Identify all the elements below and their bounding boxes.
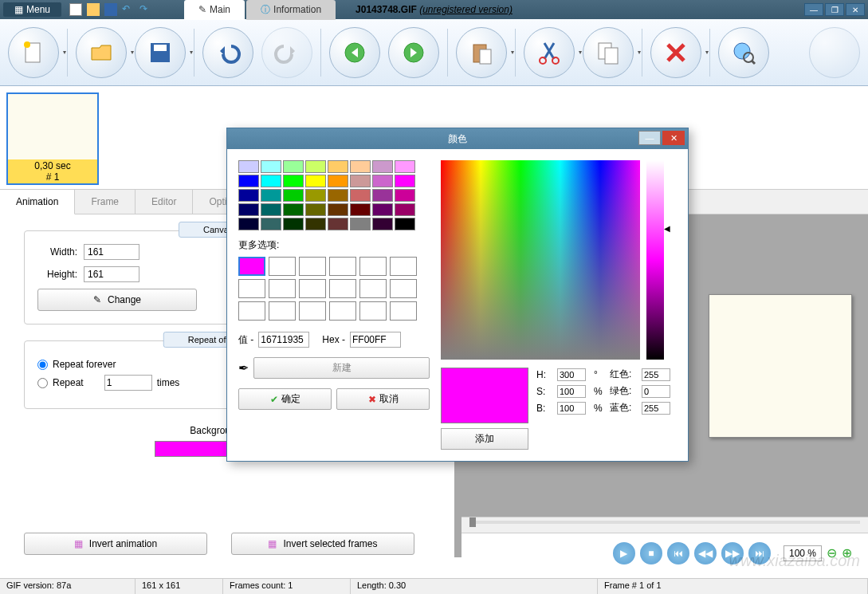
custom-color-swatch[interactable]: [359, 301, 387, 321]
tab-animation[interactable]: Animation: [0, 190, 75, 214]
maximize-button[interactable]: ❐: [825, 3, 844, 16]
palette-swatch[interactable]: [305, 203, 326, 216]
palette-swatch[interactable]: [261, 160, 281, 173]
palette-swatch[interactable]: [372, 203, 393, 216]
palette-swatch[interactable]: [305, 175, 326, 187]
palette-swatch[interactable]: [395, 175, 415, 187]
s-input[interactable]: [557, 385, 586, 398]
palette-swatch[interactable]: [305, 160, 326, 173]
repeat-forever-radio[interactable]: [37, 360, 48, 370]
h-input[interactable]: [557, 368, 586, 381]
custom-color-swatch[interactable]: [390, 257, 417, 276]
palette-swatch[interactable]: [350, 160, 371, 173]
palette-swatch[interactable]: [328, 160, 348, 173]
custom-color-swatch[interactable]: [390, 279, 417, 298]
saturation-value-picker[interactable]: [441, 160, 640, 360]
undo-icon[interactable]: ↶: [122, 3, 135, 16]
palette-swatch[interactable]: [395, 203, 415, 216]
web-preview-button[interactable]: [718, 27, 769, 78]
stop-button[interactable]: ■: [640, 542, 662, 564]
invert-frames-button[interactable]: ▦ Invert selected frames: [231, 533, 414, 555]
delete-button[interactable]: ▾: [650, 27, 701, 78]
invert-animation-button[interactable]: ▦ Invert animation: [24, 533, 207, 555]
custom-color-swatch[interactable]: [329, 301, 356, 321]
hue-slider[interactable]: ◀: [646, 160, 664, 360]
palette-swatch[interactable]: [238, 175, 259, 187]
save-icon[interactable]: [104, 3, 117, 16]
extra-button[interactable]: [809, 27, 860, 78]
custom-color-swatch[interactable]: [299, 257, 326, 276]
palette-swatch[interactable]: [395, 160, 415, 173]
copy-button[interactable]: ▾: [583, 27, 634, 78]
new-icon[interactable]: [69, 3, 82, 16]
custom-color-swatch[interactable]: [238, 257, 265, 276]
custom-color-swatch[interactable]: [299, 279, 326, 298]
prev-button[interactable]: [329, 27, 380, 78]
value-input[interactable]: [258, 332, 309, 348]
tab-frame[interactable]: Frame: [75, 190, 136, 214]
undo-button[interactable]: [202, 27, 253, 78]
dialog-minimize-button[interactable]: —: [638, 131, 661, 145]
palette-swatch[interactable]: [283, 189, 304, 202]
palette-swatch[interactable]: [238, 218, 259, 230]
custom-color-swatch[interactable]: [269, 257, 296, 276]
last-button[interactable]: ⏭: [748, 542, 771, 564]
blue-input[interactable]: [642, 402, 670, 415]
palette-swatch[interactable]: [395, 218, 415, 230]
change-button[interactable]: ✎ Change: [37, 289, 197, 311]
custom-color-swatch[interactable]: [269, 301, 296, 321]
custom-color-swatch[interactable]: [238, 301, 265, 321]
palette-swatch[interactable]: [372, 160, 393, 173]
minimize-button[interactable]: —: [804, 3, 823, 16]
repeat-count-input[interactable]: [104, 375, 152, 391]
zoom-in-icon[interactable]: ⊕: [842, 545, 852, 561]
hex-input[interactable]: [350, 332, 401, 348]
custom-color-swatch[interactable]: [359, 257, 387, 276]
palette-swatch[interactable]: [261, 218, 281, 230]
palette-swatch[interactable]: [238, 189, 259, 202]
ok-button[interactable]: ✔确定: [238, 388, 332, 410]
redo-button[interactable]: [261, 27, 312, 78]
frame-thumbnail[interactable]: 0,30 sec # 1: [6, 92, 99, 185]
custom-color-swatch[interactable]: [299, 301, 326, 321]
tab-main[interactable]: ✎Main: [184, 0, 245, 20]
close-button[interactable]: ✕: [846, 3, 865, 16]
add-button[interactable]: 添加: [441, 428, 528, 450]
custom-color-swatch[interactable]: [269, 279, 296, 298]
palette-swatch[interactable]: [305, 218, 326, 230]
palette-swatch[interactable]: [372, 175, 393, 187]
next-frame-button[interactable]: ▶▶: [721, 542, 744, 564]
dialog-close-button[interactable]: ✕: [662, 131, 685, 145]
palette-swatch[interactable]: [350, 189, 371, 202]
new-button[interactable]: 新建: [253, 357, 430, 379]
prev-frame-button[interactable]: ◀◀: [694, 542, 717, 564]
custom-color-swatch[interactable]: [329, 257, 356, 276]
cancel-button[interactable]: ✖取消: [336, 388, 430, 410]
palette-swatch[interactable]: [372, 218, 393, 230]
palette-swatch[interactable]: [328, 218, 348, 230]
palette-swatch[interactable]: [261, 189, 281, 202]
play-button[interactable]: ▶: [613, 542, 635, 564]
custom-color-swatch[interactable]: [238, 279, 265, 298]
new-file-button[interactable]: ▾: [8, 27, 59, 78]
save-button[interactable]: ▾: [135, 27, 186, 78]
palette-swatch[interactable]: [261, 175, 281, 187]
zoom-level[interactable]: 100 %: [784, 545, 822, 561]
red-input[interactable]: [642, 368, 670, 381]
palette-swatch[interactable]: [350, 218, 371, 230]
tab-information[interactable]: ⓘInformation: [246, 0, 336, 20]
repeat-count-radio[interactable]: [37, 378, 48, 388]
first-button[interactable]: ⏮: [667, 542, 689, 564]
paste-button[interactable]: ▾: [456, 27, 507, 78]
dialog-titlebar[interactable]: 颜色 — ✕: [227, 128, 688, 149]
palette-swatch[interactable]: [305, 189, 326, 202]
open-button[interactable]: ▾: [76, 27, 127, 78]
zoom-out-icon[interactable]: ⊖: [827, 545, 837, 561]
palette-swatch[interactable]: [395, 189, 415, 202]
tab-editor[interactable]: Editor: [136, 190, 193, 214]
eyedropper-icon[interactable]: ✒: [238, 360, 249, 376]
green-input[interactable]: [642, 385, 670, 398]
palette-swatch[interactable]: [238, 203, 259, 216]
cut-button[interactable]: ▾: [524, 27, 575, 78]
palette-swatch[interactable]: [283, 175, 304, 187]
